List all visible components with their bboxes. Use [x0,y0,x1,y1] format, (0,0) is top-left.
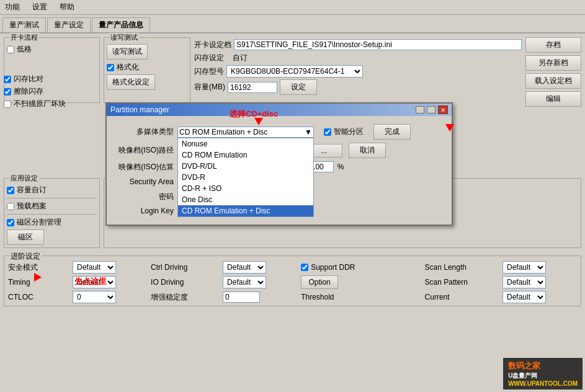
dialog-title: Partition manager [110,105,169,114]
media-type-row: 多媒体类型 CD ROM Emulation + Disc ▼ Nonuse C… [112,124,447,140]
cancel-button[interactable]: 取消 [349,143,386,158]
dialog-maximize[interactable] [427,106,435,114]
media-type-dropdown-list: Nonuse CD ROM Emulation DVD-R/DL DVD-R C… [177,138,314,217]
media-type-label: 多媒体类型 [112,127,174,137]
dialog-titlebar: Partition manager ✕ [107,104,452,116]
smart-partition-label: 智能分区 [334,127,364,137]
smart-partition-checkbox[interactable] [324,128,331,136]
done-button[interactable]: 完成 [373,124,411,140]
dropdown-item-5[interactable]: One Disc [178,194,313,205]
percent-label: % [337,163,344,171]
dropdown-item-6[interactable]: CD ROM Emulation + Disc [178,205,313,216]
dialog-minimize[interactable] [416,106,424,114]
dropdown-item-2[interactable]: DVD-R/DL [178,161,313,172]
dropdown-item-3[interactable]: DVD-R [178,172,313,183]
dialog-overlay: Partition manager ✕ 多媒体类型 CD ROM Emulati… [0,0,585,392]
login-key-label: Login Key [112,207,174,215]
dialog-close-button[interactable]: ✕ [438,105,448,114]
dropdown-arrow: ▼ [305,128,312,136]
dropdown-item-1[interactable]: CD ROM Emulation [178,149,313,161]
smart-partition-row: 智能分区 [324,127,364,137]
security-area-label: Security Area [112,177,174,186]
iso-path-label: 映像档(ISO)路径 [112,145,174,156]
iso-estimate-label: 映像档(ISO)估算 [112,162,174,172]
media-type-dropdown-container: CD ROM Emulation + Disc ▼ Nonuse CD ROM … [177,127,314,138]
media-type-value: CD ROM Emulation + Disc [179,128,305,136]
password-label: 密码 [112,192,174,202]
dialog-body: 多媒体类型 CD ROM Emulation + Disc ▼ Nonuse C… [107,116,452,225]
partition-manager-dialog: Partition manager ✕ 多媒体类型 CD ROM Emulati… [105,102,453,226]
dropdown-item-0[interactable]: Nonuse [178,138,313,149]
media-type-select-display[interactable]: CD ROM Emulation + Disc ▼ [177,127,314,138]
dropdown-item-4[interactable]: CD-R + ISO [178,183,313,194]
